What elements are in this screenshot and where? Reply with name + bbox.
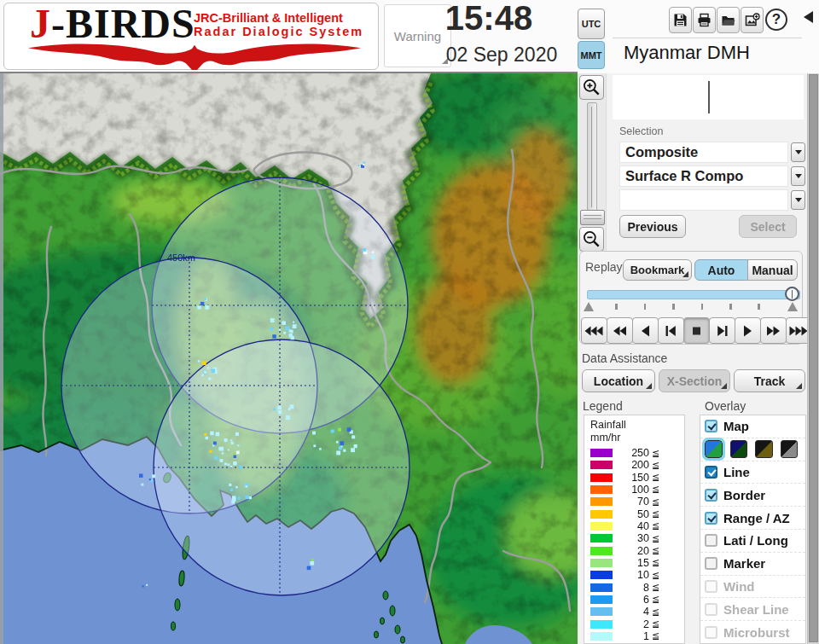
slider-tick bbox=[758, 304, 760, 310]
selection-dropdown[interactable]: Composite bbox=[619, 142, 805, 163]
dropdown-button[interactable] bbox=[791, 190, 805, 210]
x-section-button: X-Section bbox=[659, 369, 730, 392]
jbirds-logo: J-BIRDS JRC-Brilliant & Intelligent Rada… bbox=[3, 3, 379, 70]
overlay-item-range-az: Range / AZ bbox=[700, 506, 805, 529]
slider-tick bbox=[701, 304, 704, 310]
manual-button[interactable]: Manual bbox=[747, 259, 798, 281]
bookmark-button[interactable]: Bookmark bbox=[623, 259, 692, 281]
overlay-item-label: Line bbox=[723, 465, 750, 479]
save-button[interactable] bbox=[669, 7, 692, 33]
legend-value: 4 bbox=[613, 606, 649, 618]
help-button[interactable]: ? bbox=[765, 9, 787, 31]
legend-swatch bbox=[590, 571, 613, 579]
play-reverse-button[interactable] bbox=[632, 317, 659, 344]
legend-value: 30 bbox=[613, 532, 649, 544]
play-icon bbox=[735, 318, 760, 344]
legend-row: 8≦ bbox=[584, 583, 684, 593]
legend-swatch bbox=[590, 485, 613, 494]
overlay-item-label: Marker bbox=[723, 556, 765, 571]
lte-symbol: ≦ bbox=[652, 630, 659, 641]
add-image-button[interactable] bbox=[741, 7, 764, 33]
zoom-control bbox=[578, 73, 607, 252]
site-text-input[interactable] bbox=[613, 75, 804, 119]
replay-slider-track[interactable] bbox=[587, 290, 800, 299]
slider-end-marker bbox=[787, 302, 798, 311]
legend-row: 200≦ bbox=[584, 460, 684, 470]
checkbox[interactable] bbox=[705, 512, 717, 525]
dropdown-button[interactable] bbox=[791, 166, 805, 186]
radar-map[interactable]: 450km bbox=[0, 73, 578, 644]
replay-label: Replay bbox=[585, 260, 623, 274]
print-button[interactable] bbox=[693, 7, 716, 33]
play-button[interactable] bbox=[735, 317, 761, 344]
dropdown-value bbox=[619, 189, 788, 211]
step-back-button[interactable] bbox=[658, 317, 684, 344]
legend-value: 15 bbox=[613, 557, 649, 569]
eagle-icon bbox=[25, 42, 364, 70]
logo-tagline: JRC-Brilliant & Intelligent Radar Dialog… bbox=[194, 11, 363, 38]
slider-tick bbox=[644, 304, 647, 310]
checkbox[interactable] bbox=[705, 534, 717, 547]
legend-row: 150≦ bbox=[584, 473, 684, 483]
legend-row: 50≦ bbox=[584, 509, 684, 519]
open-folder-button[interactable] bbox=[717, 7, 740, 33]
legend-value: 150 bbox=[613, 472, 649, 484]
zoom-slider-handle[interactable] bbox=[580, 210, 605, 225]
zoom-out-icon bbox=[581, 229, 602, 250]
rewind-fast-button[interactable] bbox=[581, 317, 607, 344]
forward-button[interactable] bbox=[760, 317, 787, 344]
scrollbar-thumb[interactable] bbox=[809, 74, 818, 642]
lte-symbol: ≦ bbox=[652, 570, 659, 581]
stop-button[interactable] bbox=[683, 317, 710, 344]
play-reverse-icon bbox=[633, 318, 658, 344]
checkbox[interactable] bbox=[705, 420, 717, 432]
legend-swatch bbox=[590, 510, 613, 519]
map-style-swatch[interactable] bbox=[755, 440, 773, 458]
zoom-in-button[interactable] bbox=[579, 75, 604, 100]
step-forward-icon bbox=[710, 318, 735, 344]
legend-units: mm/hr bbox=[590, 432, 620, 444]
step-forward-button[interactable] bbox=[709, 317, 735, 344]
replay-slider-thumb[interactable] bbox=[785, 287, 799, 301]
overlay-item-shear-line: Shear Line bbox=[700, 597, 805, 620]
map-style-swatch[interactable] bbox=[781, 440, 799, 458]
checkbox[interactable] bbox=[705, 466, 717, 479]
rewind-button[interactable] bbox=[607, 317, 633, 344]
zoom-out-button[interactable] bbox=[579, 227, 604, 252]
dropdown-value: Surface R Compo bbox=[619, 165, 788, 187]
legend-value: 8 bbox=[613, 582, 649, 594]
track-button[interactable]: Track bbox=[734, 369, 805, 392]
legend-value: 6 bbox=[613, 594, 649, 606]
jbirds-app: J-BIRDS JRC-Brilliant & Intelligent Rada… bbox=[0, 0, 819, 644]
forward-icon bbox=[761, 318, 786, 344]
checkbox[interactable] bbox=[705, 489, 717, 502]
zoom-slider-track[interactable] bbox=[587, 102, 597, 212]
previous-button[interactable]: Previous bbox=[619, 215, 686, 238]
lte-symbol: ≦ bbox=[652, 472, 659, 483]
overlay-item-wind: Wind bbox=[700, 575, 805, 598]
location-button[interactable]: Location bbox=[582, 369, 655, 392]
selection-dropdown[interactable]: Surface R Compo bbox=[619, 165, 805, 187]
corner-handle-icon bbox=[796, 383, 802, 389]
legend-value: 250 bbox=[613, 447, 649, 459]
utc-button[interactable]: UTC bbox=[578, 9, 605, 39]
dropdown-button[interactable] bbox=[791, 142, 805, 162]
lte-symbol: ≦ bbox=[652, 557, 659, 568]
legend-row: 10≦ bbox=[584, 570, 684, 580]
map-style-swatch[interactable] bbox=[730, 440, 748, 458]
auto-button[interactable]: Auto bbox=[694, 259, 748, 281]
select-button: Select bbox=[739, 215, 797, 238]
mmt-button[interactable]: MMT bbox=[578, 41, 605, 69]
add-image-icon bbox=[745, 13, 760, 27]
checkbox[interactable] bbox=[705, 557, 717, 570]
overlay-item-label: Lati / Long bbox=[723, 533, 788, 548]
selection-dropdown[interactable] bbox=[619, 189, 805, 211]
rewind-icon bbox=[607, 318, 632, 344]
site-title: Myanmar DMH bbox=[624, 42, 750, 64]
panel-scrollbar[interactable] bbox=[807, 73, 819, 644]
folder-icon bbox=[721, 13, 735, 27]
collapse-panel-icon[interactable] bbox=[804, 11, 813, 23]
lte-symbol: ≦ bbox=[652, 448, 659, 459]
map-style-swatch[interactable] bbox=[705, 440, 723, 458]
legend-row: 40≦ bbox=[584, 521, 684, 531]
